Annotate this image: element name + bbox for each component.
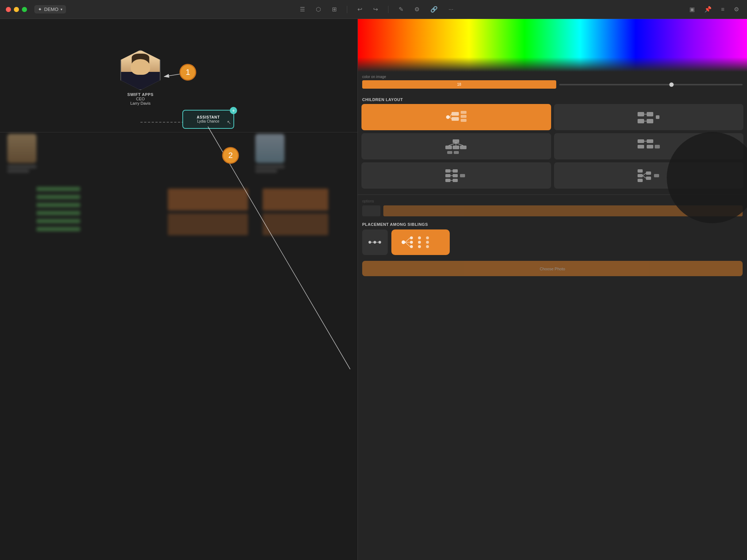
sliders-icon[interactable]: ⚙ [412, 4, 422, 15]
svg-rect-8 [461, 119, 467, 122]
sidebar-toggle-icon[interactable]: ▣ [687, 4, 697, 15]
svg-point-53 [379, 241, 381, 243]
svg-line-9 [450, 114, 452, 117]
toolbar: ☰ ⬡ ⊞ ↩ ↪ ✎ ⚙ 🔗 ··· [66, 4, 687, 15]
svg-point-56 [402, 240, 405, 244]
canvas-area[interactable]: SWIFT APPS CEO Larry Davis + ASSISTANT L… [0, 19, 357, 560]
children-layout-title: CHILDREN LAYOUT [358, 94, 747, 104]
rp-value-btn[interactable]: 18 [362, 80, 556, 89]
svg-line-66 [405, 238, 410, 242]
svg-rect-38 [453, 179, 458, 182]
rp-label-color: color on image [362, 75, 743, 79]
placement-options [362, 229, 743, 255]
svg-point-64 [426, 241, 429, 244]
svg-rect-19 [445, 146, 452, 149]
cursor-icon: ↖ [227, 119, 231, 125]
svg-point-57 [410, 236, 413, 239]
svg-line-50 [643, 175, 646, 178]
svg-point-65 [426, 245, 429, 248]
columns-icon[interactable]: ⊞ [330, 4, 339, 15]
layout-option-1[interactable] [361, 104, 551, 130]
svg-rect-21 [460, 146, 467, 149]
titlebar-right: ▣ 📌 ≡ ⚙ [687, 4, 747, 15]
ceo-company: SWIFT APPS [127, 92, 154, 97]
layout-option-2[interactable] [554, 104, 744, 130]
placement-title: PLACEMENT AMONG SIBLINGS [362, 222, 743, 227]
step-2-label: 2 [228, 151, 233, 160]
ceo-portrait [121, 51, 160, 89]
traffic-lights [0, 7, 33, 12]
svg-rect-11 [638, 112, 644, 116]
svg-point-3 [446, 115, 450, 119]
svg-rect-43 [638, 169, 643, 173]
hierarchy-icon[interactable]: ⬡ [314, 4, 323, 15]
placement-option-2[interactable] [391, 229, 450, 255]
bottom-orange-section: Choose Photo [358, 258, 747, 279]
svg-point-60 [418, 236, 421, 239]
svg-rect-23 [454, 151, 459, 154]
bottom-orange-btn[interactable]: Choose Photo [362, 261, 743, 276]
more-icon[interactable]: ··· [446, 4, 456, 15]
spectrum-overlay [358, 57, 747, 72]
svg-line-49 [643, 173, 646, 175]
close-button[interactable] [6, 7, 11, 12]
svg-line-10 [450, 117, 452, 119]
step-1-label: 1 [186, 67, 190, 77]
svg-rect-29 [647, 139, 653, 143]
list-icon[interactable]: ☰ [298, 4, 307, 15]
placement-section: PLACEMENT AMONG SIBLINGS [358, 219, 747, 258]
svg-point-59 [410, 245, 413, 248]
ceo-node[interactable]: SWIFT APPS CEO Larry Davis [120, 50, 160, 105]
svg-rect-45 [638, 179, 643, 182]
demo-dropdown[interactable]: ✦ DEMO ▾ [34, 5, 66, 13]
svg-rect-13 [647, 112, 653, 116]
assistant-plus-icon[interactable]: + [230, 107, 237, 114]
blurred-bars-center [168, 189, 248, 235]
redo-icon[interactable]: ↪ [371, 4, 380, 15]
svg-rect-33 [445, 169, 450, 173]
placement-1-icon [366, 233, 384, 251]
svg-rect-22 [447, 151, 452, 154]
layout-6-icon [636, 167, 661, 184]
placement-option-1[interactable] [362, 229, 388, 255]
link-icon[interactable]: 🔗 [428, 4, 440, 15]
step-badge-2: 2 [222, 147, 239, 164]
rp-slider[interactable] [559, 84, 743, 85]
svg-rect-39 [460, 174, 465, 177]
demo-label: DEMO [44, 7, 58, 12]
svg-point-62 [418, 245, 421, 248]
list-view-icon[interactable]: ≡ [719, 4, 727, 15]
undo-icon[interactable]: ↩ [355, 4, 364, 15]
assistant-name: Lydia Chance [197, 119, 220, 123]
svg-rect-44 [638, 174, 643, 177]
svg-point-58 [410, 241, 413, 244]
rp-color-row: 18 [362, 80, 743, 89]
right-panel-scrollable[interactable]: color on image 18 CHILDREN LAYOUT [358, 72, 747, 560]
svg-point-52 [374, 241, 376, 243]
minimize-button[interactable] [14, 7, 19, 12]
pin-icon[interactable]: 📌 [702, 4, 714, 15]
maximize-button[interactable] [22, 7, 27, 12]
edit-icon[interactable]: ✎ [396, 4, 406, 15]
layout-option-3[interactable] [361, 133, 551, 159]
assistant-node[interactable]: + ASSISTANT Lydia Chance ↖ [182, 110, 234, 129]
extra-opt-1[interactable] [362, 205, 380, 216]
titlebar: ✦ DEMO ▾ ☰ ⬡ ⊞ ↩ ↪ ✎ ⚙ 🔗 ··· ▣ 📌 ≡ ⚙ [0, 0, 747, 19]
svg-rect-34 [445, 174, 450, 177]
placement-2-icon [397, 233, 444, 251]
rp-controls: color on image 18 [358, 72, 747, 94]
svg-rect-36 [453, 169, 458, 173]
settings-icon[interactable]: ⚙ [732, 4, 741, 15]
layout-3-icon [444, 138, 469, 155]
layout-1-icon [444, 109, 469, 125]
assistant-label: ASSISTANT [197, 115, 220, 119]
svg-rect-7 [461, 115, 467, 118]
chevron-down-icon: ▾ [61, 7, 62, 11]
right-panel: color on image 18 CHILDREN LAYOUT [357, 19, 747, 560]
svg-rect-20 [453, 146, 459, 149]
color-spectrum[interactable] [358, 19, 747, 72]
layout-option-5[interactable] [361, 162, 551, 189]
ceo-avatar [120, 50, 160, 90]
svg-point-63 [426, 236, 429, 239]
svg-rect-37 [453, 174, 458, 177]
